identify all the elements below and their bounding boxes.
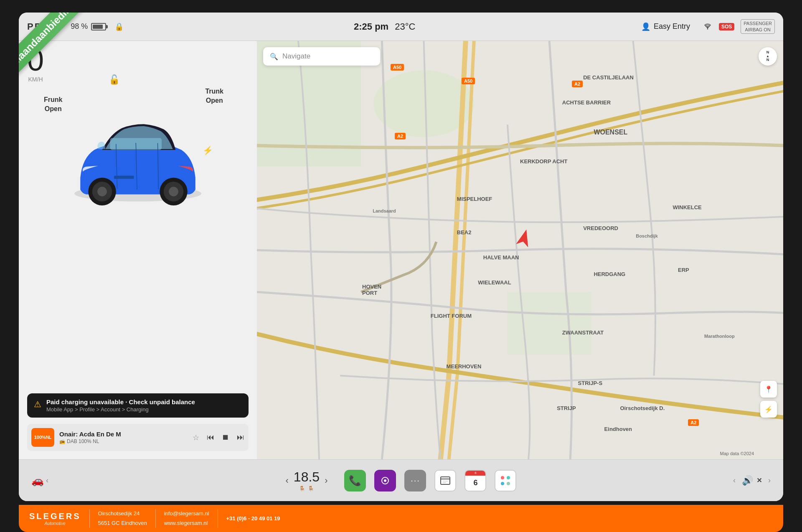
dealer-address: Oirschotsedijk 245651 GC Eindhoven <box>98 509 147 527</box>
warning-icon: ⚠ <box>34 399 41 409</box>
dealer-footer: SLEGERS Automotive Oirschotsedijk 245651… <box>19 505 783 532</box>
svg-point-25 <box>507 476 510 479</box>
station-logo: 100% NL <box>31 428 54 447</box>
car-image <box>58 99 217 216</box>
map-label-halve-maan: HALVE MAAN <box>483 254 519 261</box>
right-left-arrow[interactable]: ‹ <box>733 476 736 485</box>
road-marker-a50-mid: A50 <box>462 78 475 84</box>
music-source: 📻 DAB 100% NL <box>59 438 188 444</box>
dealer-logo: SLEGERS Automotive <box>29 512 81 526</box>
next-track-button[interactable]: ⏭ <box>237 433 244 442</box>
search-placeholder: Navigate <box>282 52 310 61</box>
car-lock-icon: 🔓 <box>109 74 120 85</box>
notification-title: Paid charging unavailable · Check unpaid… <box>46 398 242 405</box>
map-label-winkelce: WINKELCE <box>673 204 701 210</box>
map-label-vredeoord: VREDEOORD <box>583 225 618 231</box>
time-temp-area: 2:25 pm 23°C <box>128 21 641 32</box>
svg-rect-20 <box>441 477 450 484</box>
road-marker-a2-mid: A2 <box>395 133 406 139</box>
map-compass[interactable]: N ▲ N <box>759 47 777 66</box>
cards-app-button-1[interactable] <box>434 470 456 491</box>
map-label-eindhoven: Eindhoven <box>604 426 632 432</box>
profile-area[interactable]: 👤 Easy Entry <box>641 22 690 31</box>
map-label-kerkdorp: KERKDORP ACHT <box>520 158 567 165</box>
temp-decrease-button[interactable]: ‹ <box>286 475 289 486</box>
svg-point-27 <box>507 482 510 485</box>
svg-point-19 <box>384 479 386 482</box>
mute-button[interactable]: ✕ <box>756 476 762 484</box>
main-screen: PRND 98 % 🔒 2:25 pm 23°C 👤 Easy Entry <box>19 13 783 501</box>
profile-icon: 👤 <box>641 22 650 31</box>
prev-arrow[interactable]: ‹ <box>46 476 48 485</box>
map-label-strijp: STRIJP <box>557 405 576 411</box>
calendar-app-button[interactable]: 6 6 <box>464 470 486 491</box>
dealer-separator-3 <box>218 509 218 528</box>
music-player: 100% NL Onair: Acda En De M 📻 DAB 100% N… <box>27 424 249 451</box>
right-arrow[interactable]: › <box>768 476 771 485</box>
notification-text: Paid charging unavailable · Check unpaid… <box>46 398 242 413</box>
taskbar-apps: 📞 ··· 6 <box>344 470 516 491</box>
lock-icon: 🔒 <box>114 22 124 31</box>
left-panel: 0 KM/H Frunk Open 🔓 Trunk Open <box>19 41 257 459</box>
map-label-marathonlp: Marathonloop <box>704 334 735 339</box>
map-label-meerhoven: MEERHOVEN <box>447 363 482 370</box>
car-icon[interactable]: 🚗 <box>31 475 44 486</box>
music-controls: ☆ ⏮ ⏹ ⏭ <box>193 433 244 442</box>
camera-app-button[interactable] <box>374 470 396 491</box>
taskbar-right: ‹ 🔊 ✕ › <box>687 475 771 486</box>
stop-button[interactable]: ⏹ <box>222 433 229 442</box>
prev-track-button[interactable]: ⏮ <box>207 433 214 442</box>
right-status-icons: SOS PASSENGER AIRBAG ON <box>703 19 775 34</box>
sos-badge[interactable]: SOS <box>719 23 734 30</box>
map-label-castiljelaan: DE CASTILJELAAN <box>583 74 634 81</box>
road-marker-a50-top: A50 <box>391 64 404 71</box>
svg-point-0 <box>707 28 708 30</box>
taskbar-left: 🚗 ‹ <box>31 475 115 486</box>
road-marker-a2-bottom: A2 <box>688 419 699 426</box>
music-title: Onair: Acda En De M <box>59 431 122 438</box>
easy-entry-label: Easy Entry <box>654 22 690 31</box>
wifi-icon <box>703 22 713 31</box>
map-label-erp: ERP <box>678 267 689 273</box>
charging-notification[interactable]: ⚠ Paid charging unavailable · Check unpa… <box>27 393 249 418</box>
map-search-bar[interactable]: 🔍 Navigate <box>263 47 380 66</box>
games-app-button[interactable] <box>495 470 516 491</box>
more-apps-button[interactable]: ··· <box>404 470 426 491</box>
promo-banner: Maandaanbieding <box>19 13 100 94</box>
svg-point-5 <box>97 187 107 196</box>
music-info: Onair: Acda En De M 📻 DAB 100% NL <box>59 431 188 444</box>
volume-icon: 🔊 <box>742 475 753 486</box>
map-label-strijp-s: STRIJP-S <box>578 380 603 386</box>
temp-increase-button[interactable]: › <box>325 475 327 486</box>
map-label-achtse: ACHTSE BARRIER <box>562 99 611 106</box>
promo-ribbon-text: Maandaanbieding <box>19 13 83 76</box>
map-lightning-button[interactable]: ⚡ <box>760 401 777 418</box>
temp-number: 18.5 <box>294 469 320 485</box>
map-label-wielewaal: WIELEWAAL <box>478 279 511 286</box>
map-label-landsaard: Landsaard <box>373 208 396 213</box>
dealer-separator-2 <box>155 509 156 528</box>
google-watermark: Map data ©2024 <box>720 451 754 456</box>
dealer-phone: +31 (0)6 - 20 49 01 19 <box>226 515 280 522</box>
svg-rect-16 <box>508 292 591 355</box>
map-panel: A50 A50 A2 A2 A2 DE CASTILJELAAN ACHTSE … <box>257 41 783 459</box>
svg-point-26 <box>501 482 504 485</box>
volume-control[interactable]: 🔊 ✕ <box>742 475 762 486</box>
favorite-button[interactable]: ☆ <box>193 433 199 442</box>
map-label-boschijk: Boschdijk <box>636 233 658 238</box>
notification-subtitle: Mobile App > Profile > Account > Chargin… <box>46 406 242 413</box>
map-label-hoven: HOVENPORT <box>362 284 381 296</box>
car-diagram: Frunk Open 🔓 Trunk Open ⚡ <box>27 66 249 393</box>
map-label-oirschotsedijk: Oirschotsedijk D. <box>620 405 665 411</box>
phone-app-button[interactable]: 📞 <box>344 470 366 491</box>
svg-rect-12 <box>114 176 134 179</box>
map-label-woensel: WOENSEL <box>594 129 627 136</box>
temp-seat-icons: 🪑 🪑 <box>294 486 320 491</box>
dealer-separator-1 <box>89 509 90 528</box>
main-content: 0 KM/H Frunk Open 🔓 Trunk Open <box>19 41 783 459</box>
temperature: 23°C <box>395 21 415 32</box>
map-location-button[interactable]: 📍 <box>760 381 777 398</box>
map-label-herdgang: HERDGANG <box>594 271 625 277</box>
clock: 2:25 pm <box>354 21 388 32</box>
airbag-status: PASSENGER AIRBAG ON <box>741 19 775 34</box>
